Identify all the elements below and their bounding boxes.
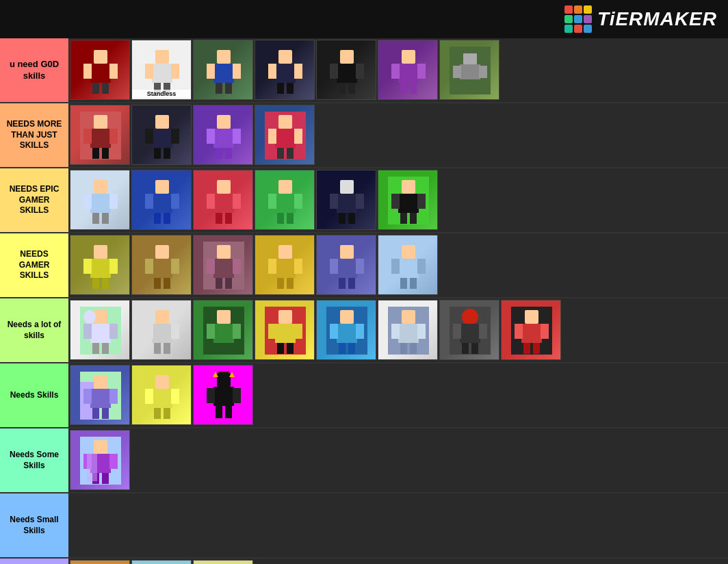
- tier-item-d6: [378, 300, 438, 360]
- svg-rect-2: [83, 64, 92, 79]
- svg-rect-171: [337, 324, 357, 343]
- svg-rect-32: [391, 64, 400, 79]
- char-img-d5: [317, 300, 376, 360]
- tier-row-f: Needs Some Skills: [0, 428, 728, 494]
- char-svg-c5: [326, 242, 367, 290]
- char-svg-d4: [265, 307, 306, 355]
- svg-rect-202: [90, 389, 111, 408]
- tier-item-a1: [70, 105, 130, 165]
- char-svg-s5: [326, 47, 367, 94]
- tier-item-c5: [316, 235, 376, 295]
- svg-rect-177: [402, 310, 415, 324]
- char-img-e3: [194, 366, 253, 425]
- svg-rect-21: [294, 64, 302, 79]
- svg-rect-127: [277, 278, 284, 289]
- tier-item-a2: [131, 105, 192, 165]
- tier-row-c: NEEDS GAMER SKILLS: [0, 233, 728, 298]
- char-svg-c1: [80, 242, 121, 290]
- svg-rect-67: [94, 180, 107, 194]
- svg-rect-195: [515, 324, 523, 339]
- svg-rect-151: [145, 324, 153, 339]
- svg-rect-35: [410, 83, 417, 94]
- char-img-b5: [317, 170, 376, 230]
- svg-rect-175: [348, 343, 355, 354]
- svg-rect-164: [275, 324, 296, 343]
- svg-rect-125: [268, 259, 276, 274]
- tier-row-e: Needs Skills: [0, 363, 728, 428]
- svg-rect-91: [340, 180, 354, 194]
- tier-item-c6: [378, 235, 438, 295]
- svg-rect-111: [152, 259, 172, 278]
- svg-rect-13: [213, 64, 234, 83]
- svg-rect-82: [233, 194, 241, 209]
- svg-rect-143: [83, 310, 96, 324]
- standless-label: Standless: [132, 90, 191, 98]
- tier-label-a: NEEDS MORE THAN JUST SKILLS: [0, 103, 68, 167]
- tier-item-c3: [193, 235, 253, 295]
- svg-rect-61: [278, 115, 292, 129]
- svg-rect-190: [462, 343, 469, 354]
- svg-rect-83: [216, 213, 222, 224]
- svg-rect-191: [471, 343, 478, 354]
- char-img-d7: [440, 300, 499, 360]
- svg-rect-131: [330, 259, 338, 274]
- svg-rect-65: [277, 148, 284, 159]
- svg-rect-212: [164, 408, 170, 419]
- svg-rect-106: [83, 259, 92, 274]
- char-img-d1: [70, 300, 130, 360]
- svg-rect-179: [391, 324, 400, 339]
- svg-rect-210: [171, 389, 179, 404]
- svg-rect-113: [171, 259, 179, 274]
- svg-rect-104: [94, 245, 107, 259]
- svg-rect-94: [356, 194, 364, 209]
- svg-rect-167: [277, 343, 284, 354]
- svg-rect-5: [102, 83, 109, 94]
- svg-rect-196: [541, 324, 549, 339]
- svg-rect-7: [152, 64, 172, 83]
- svg-rect-110: [155, 245, 169, 259]
- tier-row-g: Needs Small Skills: [0, 494, 728, 559]
- svg-rect-180: [417, 324, 426, 339]
- tiermaker-logo: TiERMAKER: [564, 5, 717, 33]
- char-img-c5: [317, 235, 376, 295]
- char-svg-a1: [80, 112, 121, 159]
- svg-rect-56: [207, 129, 215, 144]
- logo-grid: [564, 5, 592, 33]
- tier-item-b6: [378, 170, 438, 230]
- char-img-b3: [194, 170, 253, 230]
- svg-rect-70: [109, 194, 118, 209]
- svg-rect-154: [164, 343, 170, 354]
- char-svg-c3: [203, 242, 244, 290]
- svg-rect-198: [533, 343, 540, 354]
- char-img-e2: [132, 366, 192, 425]
- char-img-a3: [194, 105, 253, 165]
- svg-rect-12: [217, 50, 231, 64]
- char-svg-b5: [326, 177, 367, 225]
- char-img-s5: [317, 40, 376, 100]
- svg-rect-129: [340, 245, 354, 259]
- char-svg-d8: [511, 307, 552, 355]
- svg-rect-130: [337, 259, 357, 278]
- svg-rect-181: [400, 343, 407, 354]
- svg-rect-120: [233, 259, 241, 274]
- svg-rect-147: [92, 343, 99, 354]
- svg-rect-40: [479, 66, 487, 78]
- svg-rect-95: [339, 213, 346, 224]
- tier-items-a: [68, 103, 728, 167]
- char-svg-s7: [450, 47, 491, 94]
- char-img-d2: [132, 300, 192, 360]
- svg-rect-122: [225, 278, 232, 289]
- svg-rect-170: [340, 310, 354, 324]
- char-svg-c6: [388, 242, 429, 290]
- svg-rect-185: [463, 312, 467, 314]
- char-img-c1: [70, 235, 130, 295]
- svg-rect-80: [213, 194, 234, 213]
- svg-rect-193: [525, 310, 538, 324]
- svg-rect-134: [348, 278, 355, 289]
- char-svg-a4: [265, 112, 306, 159]
- svg-rect-99: [398, 194, 419, 213]
- svg-rect-37: [463, 53, 477, 64]
- svg-rect-119: [207, 259, 215, 274]
- svg-rect-68: [90, 194, 111, 213]
- tier-item-e3: [193, 365, 253, 425]
